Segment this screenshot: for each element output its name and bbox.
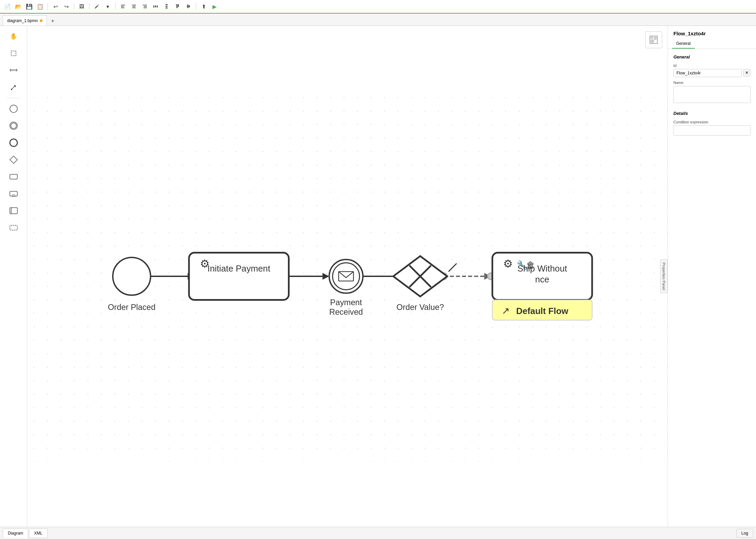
align-left-btn[interactable] bbox=[118, 2, 128, 11]
bottom-tabs: Diagram XML bbox=[3, 528, 48, 538]
svg-text:Order Placed: Order Placed bbox=[108, 302, 155, 312]
move-tool-btn[interactable]: ⟺ bbox=[6, 63, 21, 78]
svg-rect-31 bbox=[10, 174, 17, 179]
name-field-input[interactable] bbox=[673, 86, 751, 103]
tab-unsaved-indicator bbox=[40, 19, 42, 22]
right-panel: Flow_1xzto4r General General Id ✕ Name D… bbox=[668, 26, 756, 527]
hand-tool-btn[interactable]: ✋ bbox=[6, 29, 21, 44]
svg-text:Received: Received bbox=[329, 307, 363, 316]
details-section-title: Details bbox=[673, 111, 751, 116]
properties-panel-tab[interactable]: Properties Panel bbox=[660, 259, 668, 293]
open-file-btn[interactable]: 📂 bbox=[14, 2, 23, 11]
svg-text:↗: ↗ bbox=[502, 306, 510, 316]
svg-rect-7 bbox=[144, 6, 147, 7]
panel-tab-general[interactable]: General bbox=[672, 39, 695, 49]
undo-btn[interactable]: ↩ bbox=[51, 2, 60, 11]
svg-rect-13 bbox=[166, 6, 168, 7]
svg-rect-15 bbox=[176, 4, 179, 5]
svg-point-60 bbox=[332, 263, 359, 290]
align-center-btn[interactable] bbox=[129, 2, 139, 11]
svg-point-54 bbox=[113, 257, 151, 295]
id-field-input[interactable] bbox=[673, 69, 742, 77]
svg-rect-32 bbox=[10, 191, 17, 196]
ring-tool-btn[interactable] bbox=[6, 118, 21, 134]
svg-rect-40 bbox=[651, 39, 654, 43]
general-section-title: General bbox=[673, 54, 751, 59]
draw-tool-btn[interactable] bbox=[92, 2, 102, 11]
id-clear-btn[interactable]: ✕ bbox=[743, 69, 751, 76]
svg-text:Initiate Payment: Initiate Payment bbox=[207, 264, 270, 273]
svg-rect-19 bbox=[187, 4, 188, 8]
svg-text:Order Value?: Order Value? bbox=[396, 302, 444, 312]
svg-rect-20 bbox=[189, 5, 190, 7]
minimap-btn[interactable] bbox=[645, 31, 662, 48]
save-as-btn[interactable]: 📋 bbox=[35, 2, 45, 11]
svg-rect-9 bbox=[153, 5, 154, 7]
condition-input[interactable] bbox=[673, 125, 751, 136]
svg-rect-3 bbox=[132, 5, 136, 5]
bottom-bar: Diagram XML Log bbox=[0, 527, 756, 539]
svg-text:⚙: ⚙ bbox=[503, 258, 513, 270]
svg-rect-2 bbox=[121, 7, 124, 8]
svg-rect-4 bbox=[133, 6, 135, 7]
diagram-tab[interactable]: diagram_1.bpmn bbox=[3, 15, 47, 25]
align-vcenter-btn[interactable] bbox=[184, 2, 193, 11]
svg-rect-17 bbox=[178, 5, 179, 7]
svg-rect-38 bbox=[651, 37, 653, 39]
svg-rect-36 bbox=[10, 225, 17, 230]
circle-tool-btn[interactable] bbox=[6, 101, 21, 117]
svg-rect-12 bbox=[166, 4, 168, 5]
svg-text:⟺: ⟺ bbox=[10, 67, 17, 73]
diamond-tool-btn[interactable] bbox=[6, 152, 21, 168]
canvas[interactable]: Order Placed ⚙ Initiate Payment Payment … bbox=[27, 26, 668, 527]
dashed-rect-tool-btn[interactable] bbox=[6, 220, 21, 236]
svg-point-25 bbox=[11, 89, 12, 90]
align-top-btn[interactable] bbox=[173, 2, 182, 11]
bpmn-diagram[interactable]: Order Placed ⚙ Initiate Payment Payment … bbox=[27, 26, 668, 527]
id-field-row: ✕ bbox=[673, 69, 751, 77]
condition-label: Condition expression bbox=[673, 120, 751, 124]
svg-rect-21 bbox=[11, 51, 16, 56]
connect-tool-btn[interactable] bbox=[6, 80, 21, 95]
panel-title: Flow_1xzto4r bbox=[668, 26, 756, 39]
subprocess-tool-btn[interactable] bbox=[6, 186, 21, 202]
bottom-tab-xml[interactable]: XML bbox=[29, 528, 48, 538]
log-btn[interactable]: Log bbox=[736, 529, 753, 538]
frame-tool-btn[interactable] bbox=[6, 203, 21, 219]
svg-text:Ship Without: Ship Without bbox=[517, 264, 567, 273]
left-sidebar: ✋ ⟺ bbox=[0, 26, 27, 527]
svg-rect-39 bbox=[654, 37, 657, 40]
upload-btn[interactable]: ⬆ bbox=[199, 2, 208, 11]
svg-text:Payment: Payment bbox=[330, 298, 362, 307]
add-tab-btn[interactable]: + bbox=[48, 17, 57, 25]
bottom-tab-diagram[interactable]: Diagram bbox=[3, 528, 28, 538]
align-right-btn[interactable] bbox=[140, 2, 150, 11]
image-btn[interactable]: 🖼 bbox=[77, 2, 86, 11]
save-btn[interactable]: 💾 bbox=[24, 2, 34, 11]
svg-marker-30 bbox=[10, 156, 17, 163]
draw-dropdown-btn[interactable]: ▾ bbox=[103, 2, 113, 11]
name-field-label: Name bbox=[673, 81, 751, 85]
svg-rect-1 bbox=[121, 6, 124, 7]
select-tool-btn[interactable] bbox=[6, 46, 21, 61]
id-field-label: Id bbox=[673, 64, 751, 68]
rect-tool-btn[interactable] bbox=[6, 169, 21, 185]
tab-label: diagram_1.bpmn bbox=[7, 18, 38, 23]
tool-sep-1 bbox=[7, 98, 20, 98]
svg-point-28 bbox=[11, 123, 16, 128]
separator-4 bbox=[115, 3, 116, 10]
dist-v-btn[interactable] bbox=[162, 2, 171, 11]
redo-btn[interactable]: ↪ bbox=[62, 2, 71, 11]
svg-rect-8 bbox=[143, 7, 147, 8]
play-btn[interactable]: ▶ bbox=[210, 2, 219, 11]
separator-3 bbox=[89, 3, 89, 10]
svg-rect-11 bbox=[157, 5, 158, 7]
svg-text:Default Flow: Default Flow bbox=[516, 306, 569, 316]
new-file-btn[interactable]: 📄 bbox=[3, 2, 12, 11]
svg-point-29 bbox=[10, 139, 17, 146]
svg-rect-6 bbox=[143, 5, 147, 5]
dot-tool-btn[interactable] bbox=[6, 135, 21, 151]
svg-rect-16 bbox=[176, 5, 177, 8]
tab-bar: diagram_1.bpmn + bbox=[0, 14, 756, 26]
dist-h-btn[interactable] bbox=[151, 2, 160, 11]
